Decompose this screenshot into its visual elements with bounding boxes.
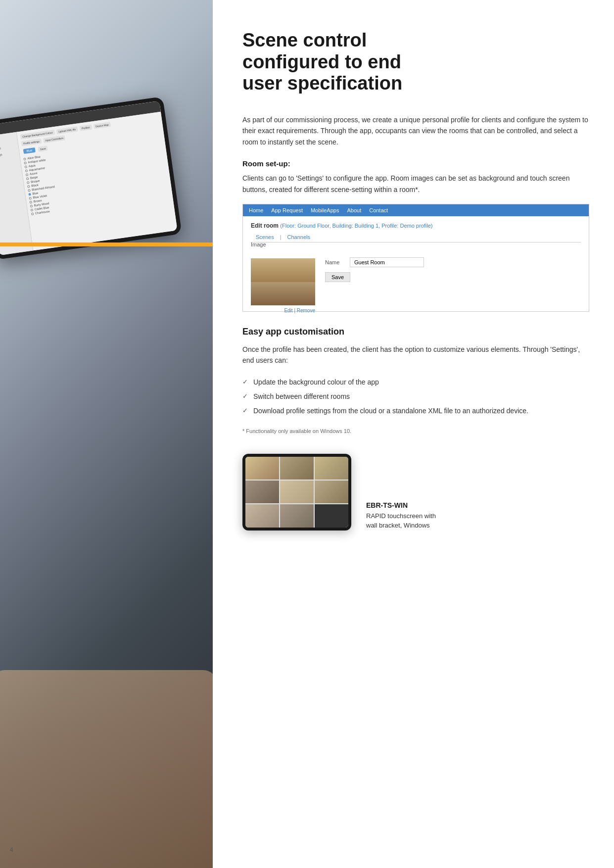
- app-screenshot: Home App Request MobileApps About Contac…: [242, 204, 589, 312]
- radio-beige[interactable]: [26, 177, 29, 180]
- app-nav-mobile-apps[interactable]: MobileApps: [311, 207, 339, 213]
- bottom-tablet-screen: [245, 457, 348, 528]
- app-name-input[interactable]: [350, 257, 424, 267]
- product-description: RAPID touchscreen withwall bracket, Wind…: [366, 511, 589, 530]
- btile-6: [315, 481, 348, 503]
- radio-bisque[interactable]: [27, 181, 30, 184]
- tablet-sidebar-settings: ⚙ Settings: [0, 149, 17, 159]
- orange-accent-bar: [0, 242, 213, 246]
- easy-customisation-heading: Easy app customisation: [242, 327, 589, 337]
- btile-4: [245, 481, 279, 503]
- radio-aqua[interactable]: [24, 165, 27, 168]
- app-edit-room-title: Edit room (Floor: Ground Floor, Building…: [251, 222, 581, 229]
- radio-blue-violet[interactable]: [29, 196, 32, 199]
- tablet-mockup: ≡ ≡ 🏠 ≡ 🔍 Rooms ⚙ Settings: [0, 96, 182, 260]
- btile-2: [280, 457, 314, 480]
- radio-cadet-blue[interactable]: [31, 208, 34, 211]
- app-edit-room-meta: (Floor: Ground Floor, Building: Building…: [280, 223, 432, 229]
- btile-7: [245, 504, 279, 527]
- app-edit-remove-link[interactable]: Edit | Remove: [284, 308, 315, 313]
- app-name-row: Name: [325, 257, 581, 267]
- radio-brown[interactable]: [29, 200, 32, 203]
- app-tab-separator: |: [279, 232, 283, 242]
- profiles-btn[interactable]: Profiles: [79, 125, 92, 131]
- radio-aquamarine[interactable]: [25, 169, 28, 172]
- app-save-row: Save: [325, 272, 581, 282]
- app-name-label: Name: [325, 259, 345, 265]
- profile-settings-btn[interactable]: Profile settings: [21, 139, 42, 146]
- bullet-item-1: Update the background colour of the app: [242, 375, 589, 389]
- room-setup-text: Clients can go to 'Settings' to configur…: [242, 173, 589, 195]
- device-map-btn[interactable]: Device Map: [94, 122, 111, 129]
- page-number: 4: [10, 846, 13, 853]
- app-nav-home[interactable]: Home: [249, 207, 263, 213]
- easy-customisation-intro: Once the profile has been created, the c…: [242, 344, 589, 366]
- bullet-list: Update the background colour of the app …: [242, 375, 589, 418]
- radio-chartreuse[interactable]: [31, 212, 34, 215]
- app-save-button[interactable]: Save: [325, 272, 350, 282]
- bullet-item-3: Download profile settings from the cloud…: [242, 404, 589, 418]
- bottom-tablet-mockup: [242, 454, 351, 530]
- bullet-item-2: Switch between different rooms: [242, 389, 589, 404]
- btile-9: [315, 504, 348, 527]
- right-panel: Scene control configured to end user spe…: [213, 0, 614, 868]
- app-nav-about[interactable]: About: [347, 207, 361, 213]
- app-edit-room-label: Edit room: [251, 222, 279, 229]
- tablet-content: Change Background Colour Upload XML file…: [17, 112, 178, 251]
- btile-3: [315, 457, 348, 480]
- footnote: * Functionality only available on Window…: [242, 428, 589, 434]
- app-room-image: [251, 258, 315, 305]
- app-room-form: Image Edit | Remove Name Save: [251, 249, 581, 305]
- radio-alice-blue[interactable]: [23, 157, 26, 160]
- app-nav-bar: Home App Request MobileApps About Contac…: [243, 204, 589, 216]
- btile-8: [280, 504, 314, 527]
- radio-blue[interactable]: [28, 193, 31, 195]
- radio-black[interactable]: [27, 185, 30, 188]
- radio-antique-white[interactable]: [24, 161, 27, 164]
- btile-1: [245, 457, 279, 480]
- input-controllers-btn[interactable]: Input Controllers: [43, 135, 66, 143]
- bottom-product-info: EBR-TS-WIN RAPID touchscreen withwall br…: [366, 501, 589, 530]
- app-nav-contact[interactable]: Contact: [369, 207, 388, 213]
- color-input-display: Blue: [23, 147, 36, 154]
- app-tabs: Scenes | Channels: [251, 232, 581, 242]
- app-tab-scenes[interactable]: Scenes: [251, 232, 279, 242]
- app-room-image-wrapper: Image Edit | Remove: [251, 249, 315, 305]
- app-tab-channels[interactable]: Channels: [283, 232, 315, 242]
- tablet-screen: ≡ ≡ 🏠 ≡ 🔍 Rooms ⚙ Settings: [0, 101, 178, 255]
- hand-area: [0, 670, 213, 868]
- left-panel: ≡ ≡ 🏠 ≡ 🔍 Rooms ⚙ Settings: [0, 0, 213, 868]
- btile-5: [280, 481, 314, 503]
- radio-azure[interactable]: [26, 173, 29, 176]
- app-nav-app-request[interactable]: App Request: [271, 207, 303, 213]
- app-form-fields: Name Save: [325, 249, 581, 305]
- app-image-label: Image: [251, 241, 266, 247]
- radio-blanched-almond[interactable]: [28, 189, 31, 192]
- upload-xml-btn[interactable]: Upload XML file: [56, 127, 78, 135]
- product-code: EBR-TS-WIN: [366, 501, 589, 509]
- room-setup-heading: Room set-up:: [242, 159, 589, 168]
- tablet-save-btn[interactable]: Save: [38, 145, 48, 152]
- bottom-section: EBR-TS-WIN RAPID touchscreen withwall br…: [242, 454, 589, 530]
- radio-burly-wood[interactable]: [30, 204, 33, 207]
- page-title: Scene control configured to end user spe…: [242, 30, 589, 95]
- intro-text: As part of our commissioning process, we…: [242, 114, 589, 147]
- app-body: Edit room (Floor: Ground Floor, Building…: [243, 216, 589, 311]
